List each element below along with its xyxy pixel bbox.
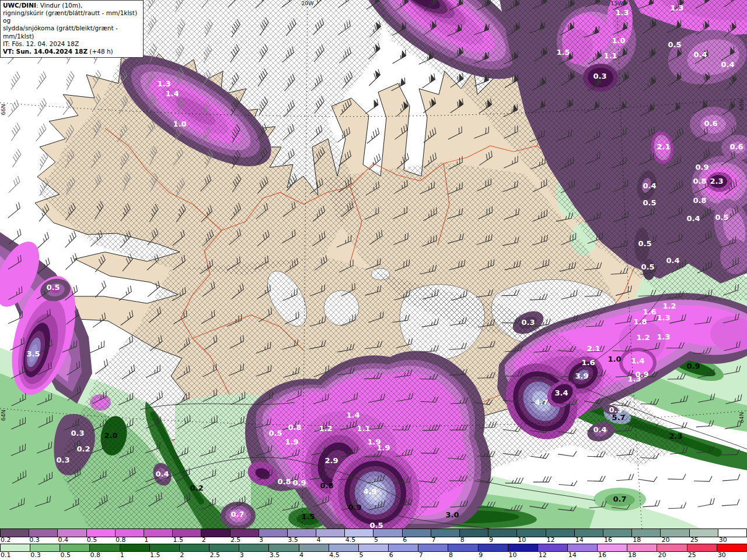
contour-label: 3.0 <box>445 510 459 519</box>
contour-label: 1.9 <box>376 443 390 452</box>
sleet-scale-tick: 10 <box>517 537 546 544</box>
contour-label: 2.0 <box>104 431 117 440</box>
sleet-scale-tick: 6 <box>402 537 431 544</box>
rain-scale-swatch <box>90 544 120 551</box>
contour-label: 0.4 <box>593 425 606 434</box>
sleet-scale-tick: 25 <box>690 537 718 544</box>
sleet-scale-tick: 30 <box>718 537 747 544</box>
rain-scale-swatch <box>598 544 627 551</box>
contour-label: 1.3 <box>670 4 683 12</box>
rain-scale-tick: 0.5 <box>60 552 89 560</box>
contour-label: 2.1 <box>657 142 670 151</box>
contour-label: 1.2 <box>636 333 650 342</box>
rain-scale-swatch <box>120 544 150 551</box>
rain-scale-swatch <box>448 544 478 551</box>
contour-label: 0.8 <box>277 477 291 486</box>
contour-label: 1.9 <box>285 438 298 446</box>
sleet-scale-tick: 3.5 <box>287 537 316 544</box>
sleet-scale-tick: 20 <box>661 537 689 544</box>
sleet-scale-tick: 9 <box>488 537 517 544</box>
contour-label: 0.7 <box>231 510 244 519</box>
rain-scale-tick: 1.5 <box>149 552 179 560</box>
contour-label: 0.3 <box>521 318 535 327</box>
grid-label: 64N <box>0 410 6 421</box>
rain-scale-tick: 20 <box>657 552 687 560</box>
rain-scale-swatch <box>329 544 359 551</box>
rain-scale-tick: 8 <box>448 552 478 560</box>
contour-label: 0.5 <box>46 283 60 292</box>
contour-label: 1.4 <box>346 411 359 419</box>
contour-label: 0.4 <box>686 214 700 223</box>
rain-scale-swatch <box>418 544 448 551</box>
sleet-scale-tick: 4.5 <box>345 537 374 544</box>
contour-label: 1.0 <box>612 36 625 45</box>
sleet-scale-tick: 16 <box>603 537 632 544</box>
rain-scale-tick: 2 <box>179 552 209 560</box>
sleet-scale-tick: 2.5 <box>230 537 259 544</box>
rain-scale-swatch <box>538 544 568 551</box>
header-line-3: slydda/snjókoma (grátt/bleikt/grænt - mm… <box>3 24 141 40</box>
sleet-scale-tick: 14 <box>575 537 603 544</box>
header-line-1: UWC/DINI: Vindur (10m), <box>3 2 141 9</box>
contour-label: 0.7 <box>613 495 626 503</box>
contour-label: 1.1 <box>603 51 617 60</box>
sleet-scale-tick: 4 <box>316 537 345 544</box>
contour-label: 1.3 <box>657 332 670 341</box>
rain-scale-swatch <box>180 544 210 551</box>
contour-label: 1.0 <box>173 120 186 128</box>
contour-label: 0.5 <box>715 213 728 222</box>
rain-scale-swatch <box>389 544 418 551</box>
rain-scale-swatch <box>0 544 30 551</box>
forecast-map: 20W15W66N66N64N64N 1.31.41.00.53.50.30.2… <box>0 0 747 528</box>
contour-label: 0.9 <box>292 478 306 487</box>
contour-label: 0.4 <box>155 470 169 478</box>
header-line-4: IT: Fös. 12. 04. 2024 18Z <box>3 40 141 48</box>
forecast-header: UWC/DINI: Vindur (10m), rigning/skúrir (… <box>0 0 144 58</box>
sleet-scale-tick: 0.8 <box>115 537 144 544</box>
contour-label: 0.4 <box>721 60 734 69</box>
rain-scale-swatch <box>479 544 508 551</box>
contour-label: 1.8 <box>633 317 647 326</box>
map-canvas: 20W15W66N66N64N64N 1.31.41.00.53.50.30.2… <box>0 0 747 528</box>
rain-scale-swatch <box>359 544 389 551</box>
rain-scale-tick: 14 <box>568 552 598 560</box>
contour-label: 0.8 <box>320 481 333 490</box>
rain-scale-tick: 12 <box>538 552 568 560</box>
sleet-scale-tick: 0.2 <box>0 537 29 544</box>
grid-label: 66N <box>0 104 6 115</box>
contour-label: 5.7 <box>612 413 625 422</box>
sleet-scale-tick: 18 <box>632 537 661 544</box>
color-scales: 0.20.30.40.50.811.522.533.544.5567891012… <box>0 528 747 560</box>
model-name: UWC/DINI <box>3 2 36 9</box>
contour-label: 0.2 <box>190 484 203 492</box>
contour-label: 0.5 <box>369 521 383 528</box>
rain-scale-tick: 30 <box>717 552 747 560</box>
contour-label: 1.6 <box>643 307 656 316</box>
sleet-scale-tick: 5 <box>374 537 402 544</box>
contour-label: 0.5 <box>668 40 681 49</box>
contour-label: 0.9 <box>695 163 708 172</box>
contour-label: 3.4 <box>554 388 568 397</box>
rain-scale-swatch <box>30 544 60 551</box>
sleet-scale-tick: 12 <box>546 537 574 544</box>
sleet-scale-tick: 0.4 <box>57 537 86 544</box>
contour-label: 0.9 <box>686 362 700 370</box>
sleet-scale-tick: 1.5 <box>172 537 201 544</box>
contour-label: 0.5 <box>268 429 282 438</box>
contour-label: 1.5 <box>556 48 570 57</box>
sleet-scale-tick: 3 <box>259 537 287 544</box>
sleet-scale-tick: 0.3 <box>29 537 57 544</box>
rain-scale-swatch <box>687 544 717 551</box>
contour-label: 3.9 <box>575 372 588 380</box>
contour-label: 4.7 <box>535 398 548 407</box>
rain-scale-swatch <box>150 544 180 551</box>
sleet-scale-tick: 1 <box>144 537 172 544</box>
rain-scale-tick: 25 <box>687 552 717 560</box>
contour-label: 0.9 <box>348 503 361 512</box>
sleet-scale-tick: 2 <box>201 537 230 544</box>
contour-label: 0.4 <box>666 256 679 265</box>
rain-scale-tick: 4 <box>299 552 329 560</box>
contour-label: 1.4 <box>165 89 179 98</box>
rain-scale-labels: 0.10.30.50.811.522.533.544.5567891012141… <box>0 552 747 560</box>
rain-scale-swatch <box>60 544 90 551</box>
